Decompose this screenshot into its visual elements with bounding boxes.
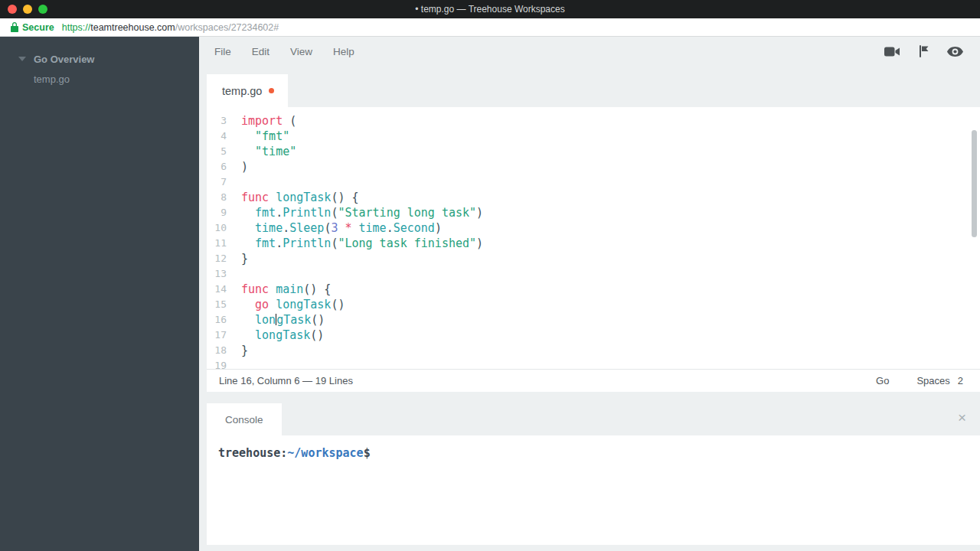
code-text: func main() {	[241, 282, 331, 297]
code-token: () {	[303, 282, 331, 296]
menu-edit[interactable]: Edit	[252, 46, 270, 57]
line-number: 5	[207, 144, 227, 159]
window-title: • temp.go — Treehouse Workspaces	[0, 4, 980, 15]
code-token: longTask	[276, 191, 331, 204]
code-token	[241, 328, 255, 342]
line-number: 11	[207, 236, 227, 251]
flag-icon[interactable]	[919, 45, 929, 57]
camera-icon[interactable]	[884, 46, 900, 57]
code-token: time	[359, 221, 387, 235]
eye-icon[interactable]	[947, 47, 963, 57]
line-number: 16	[207, 312, 227, 328]
menu-help[interactable]: Help	[333, 46, 354, 57]
line-number: 19	[207, 358, 227, 369]
terminal-prompt-symbol: $	[364, 446, 371, 460]
code-text: longTask()	[241, 312, 325, 328]
line-number: 14	[207, 282, 227, 297]
code-token	[241, 298, 255, 311]
code-token	[241, 129, 255, 143]
sidebar-item-temp-go[interactable]: temp.go	[0, 69, 199, 89]
code-token: ()	[331, 298, 345, 311]
console-tabstrip: Console ×	[207, 403, 980, 435]
code-line: 6)	[207, 159, 980, 174]
url-path: /workspaces/27234602#	[175, 22, 279, 33]
indent-label: Spaces	[916, 375, 949, 386]
code-token	[241, 236, 255, 250]
code-token: import	[241, 114, 283, 128]
code-line: 9 fmt.Println("Starting long task")	[207, 205, 980, 220]
code-line: 14func main() {	[207, 282, 980, 297]
tab-label: temp.go	[222, 85, 262, 97]
code-token: "Long task finished"	[338, 236, 476, 250]
console-terminal[interactable]: treehouse:~/workspace$	[207, 435, 980, 545]
code-token: gTask	[276, 313, 311, 327]
code-token	[241, 145, 255, 158]
sidebar-item-go-overview[interactable]: Go Overview	[0, 49, 199, 69]
code-token: fmt	[255, 236, 276, 250]
menu-file[interactable]: File	[214, 46, 231, 57]
code-text: import (	[241, 113, 296, 129]
console-tab-label: Console	[225, 414, 263, 425]
code-token: time	[255, 221, 283, 235]
console-panel: Console × treehouse:~/workspace$	[207, 403, 980, 545]
line-number: 12	[207, 251, 227, 266]
code-text: }	[241, 343, 248, 358]
browser-url-bar[interactable]: Secure https://teamtreehouse.com/workspa…	[0, 18, 980, 37]
code-token: "time"	[255, 145, 296, 158]
code-token: (	[283, 114, 296, 128]
tab-console[interactable]: Console	[207, 403, 282, 435]
sidebar-item-label: Go Overview	[34, 54, 94, 65]
editor-scrollbar[interactable]	[972, 130, 977, 237]
code-token: )	[476, 206, 483, 220]
code-line: 3import (	[207, 113, 980, 129]
indent-settings[interactable]: Spaces2	[916, 375, 963, 386]
close-icon[interactable]: ×	[958, 410, 966, 425]
code-token: *	[345, 221, 351, 235]
code-line: 10 time.Sleep(3 * time.Second)	[207, 220, 980, 236]
lock-icon	[11, 22, 18, 32]
code-token: go	[255, 298, 269, 311]
code-token: Sleep	[289, 221, 324, 235]
code-line: 19	[207, 358, 980, 369]
code-token: Println	[283, 206, 331, 220]
code-token: "Starting long task"	[338, 206, 476, 220]
language-mode-selector[interactable]: Go	[876, 375, 889, 386]
code-token: func	[241, 282, 269, 296]
url-domain: teamtreehouse.com	[90, 22, 175, 33]
code-token: () {	[331, 191, 358, 204]
menu-view[interactable]: View	[290, 46, 312, 57]
code-text: fmt.Println("Starting long task")	[241, 205, 483, 220]
code-line: 4 "fmt"	[207, 129, 980, 144]
code-token: "fmt"	[255, 129, 289, 143]
code-token: Second	[394, 221, 435, 235]
code-token: ()	[310, 328, 324, 342]
terminal-prompt-path: ~/workspace	[287, 446, 363, 460]
tab-temp-go[interactable]: temp.go	[207, 74, 288, 107]
code-token: .	[387, 221, 394, 235]
code-text: "fmt"	[241, 129, 289, 144]
code-token	[269, 282, 276, 296]
code-token: ()	[311, 313, 325, 327]
line-number: 4	[207, 129, 227, 144]
code-token: )	[435, 221, 442, 235]
code-text: )	[241, 159, 248, 174]
code-editor[interactable]: 3import (4 "fmt"5 "time"6)78func longTas…	[207, 107, 980, 369]
code-line: 7	[207, 174, 980, 190]
code-line: 16 longTask()	[207, 312, 980, 328]
workspace-menubar: File Edit View Help	[199, 37, 980, 66]
line-number: 15	[207, 297, 227, 312]
line-number: 17	[207, 328, 227, 343]
code-text: longTask()	[241, 328, 324, 343]
editor-statusbar: Line 16, Column 6 — 19 Lines Go Spaces2	[207, 369, 980, 392]
terminal-prompt-user: treehouse:	[218, 446, 287, 460]
url-text[interactable]: https://teamtreehouse.com/workspaces/272…	[62, 22, 279, 33]
code-line: 11 fmt.Println("Long task finished")	[207, 236, 980, 251]
code-token: fmt	[255, 206, 276, 220]
line-number: 7	[207, 174, 227, 190]
code-token: main	[276, 282, 303, 296]
code-token: .	[276, 206, 283, 220]
line-number: 18	[207, 343, 227, 358]
code-text: fmt.Println("Long task finished")	[241, 236, 483, 251]
cursor-position-status: Line 16, Column 6 — 19 Lines	[219, 375, 353, 386]
code-line: 8func longTask() {	[207, 190, 980, 205]
